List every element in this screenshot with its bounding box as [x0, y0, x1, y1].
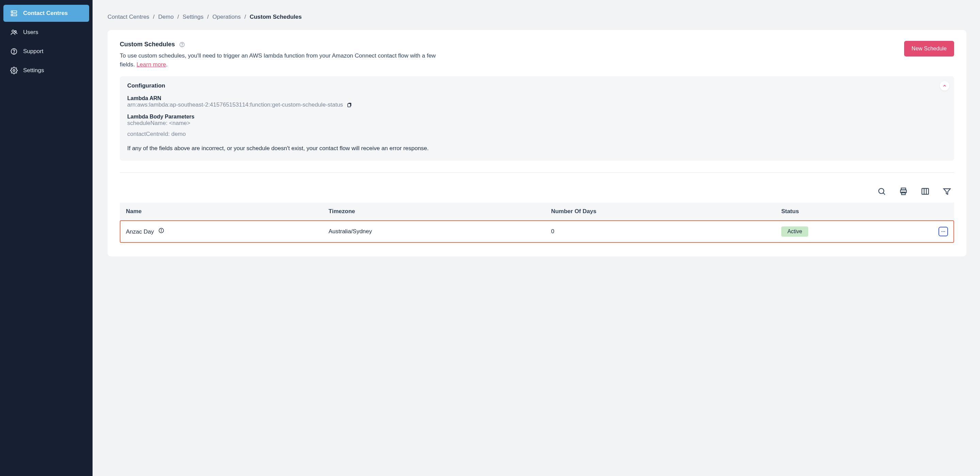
- schedules-table: Name Timezone Number Of Days Status Anza…: [120, 203, 954, 243]
- svg-rect-12: [348, 104, 350, 107]
- svg-point-25: [942, 231, 942, 232]
- learn-more-link[interactable]: Learn more: [137, 61, 166, 68]
- breadcrumb-separator: /: [177, 14, 179, 20]
- breadcrumb-segment[interactable]: Demo: [158, 14, 173, 20]
- svg-point-27: [944, 231, 945, 232]
- svg-point-26: [943, 231, 943, 232]
- breadcrumb-separator: /: [153, 14, 155, 20]
- svg-point-4: [12, 30, 14, 32]
- lambda-params-label: Lambda Body Parameters: [127, 114, 947, 120]
- row-actions-button[interactable]: [939, 227, 948, 236]
- sidebar: Contact Centres Users Support Settings: [0, 0, 92, 476]
- cell-name: Anzac Day: [120, 220, 322, 243]
- server-icon: [10, 10, 18, 17]
- svg-point-10: [182, 46, 182, 46]
- column-header-timezone[interactable]: Timezone: [322, 203, 545, 220]
- breadcrumb-separator: /: [207, 14, 209, 20]
- print-button[interactable]: [898, 186, 908, 196]
- schedule-name: Anzac Day: [126, 228, 154, 235]
- filter-button[interactable]: [942, 186, 952, 196]
- lambda-param-2: contactCentreId: demo: [127, 131, 947, 137]
- users-icon: [10, 29, 18, 36]
- copy-icon[interactable]: [347, 102, 353, 108]
- sidebar-item-users[interactable]: Users: [3, 24, 89, 41]
- lambda-param-1: scheduleName: <name>: [127, 120, 947, 127]
- section-divider: [120, 172, 954, 173]
- columns-icon: [921, 187, 930, 196]
- more-horizontal-icon: [940, 229, 946, 234]
- lambda-arn-field: Lambda ARN arn:aws:lambda:ap-southeast-2…: [127, 95, 947, 108]
- chevron-up-icon: [942, 83, 947, 88]
- column-header-name[interactable]: Name: [120, 203, 322, 220]
- main-content: Contact Centres / Demo / Settings / Oper…: [92, 0, 980, 476]
- breadcrumb-segment[interactable]: Settings: [183, 14, 204, 20]
- help-circle-icon: [10, 48, 18, 55]
- print-icon: [899, 187, 908, 196]
- svg-line-14: [883, 193, 885, 195]
- gear-icon: [10, 67, 18, 74]
- lambda-arn-value: arn:aws:lambda:ap-southeast-2:4157651531…: [127, 101, 343, 108]
- column-header-days[interactable]: Number Of Days: [545, 203, 775, 220]
- svg-rect-18: [922, 188, 929, 194]
- breadcrumb-segment[interactable]: Operations: [212, 14, 240, 20]
- sidebar-item-label: Settings: [23, 67, 44, 74]
- configuration-note: If any of the fields above are incorrect…: [127, 145, 947, 152]
- lambda-arn-value-row: arn:aws:lambda:ap-southeast-2:4157651531…: [127, 101, 947, 108]
- columns-button[interactable]: [920, 186, 930, 196]
- content-card: Custom Schedules To use custom schedules…: [108, 30, 966, 256]
- table-toolbar: [120, 186, 954, 203]
- lambda-params-field: Lambda Body Parameters scheduleName: <na…: [127, 114, 947, 137]
- column-header-status[interactable]: Status: [775, 203, 932, 220]
- table-header-row: Name Timezone Number Of Days Status: [120, 203, 954, 220]
- cell-timezone: Australia/Sydney: [322, 220, 545, 243]
- help-tooltip-icon[interactable]: [179, 42, 185, 48]
- svg-point-5: [14, 30, 16, 32]
- breadcrumb-separator: /: [244, 14, 246, 20]
- svg-point-24: [161, 230, 161, 230]
- lambda-arn-label: Lambda ARN: [127, 95, 947, 101]
- section-title-text: Custom Schedules: [120, 41, 175, 48]
- sidebar-item-contact-centres[interactable]: Contact Centres: [3, 5, 89, 22]
- cell-days: 0: [545, 220, 775, 243]
- info-icon[interactable]: [158, 227, 164, 233]
- section-title-row: Custom Schedules: [120, 41, 185, 48]
- breadcrumb: Contact Centres / Demo / Settings / Oper…: [108, 14, 966, 21]
- section-description-suffix: .: [166, 61, 168, 68]
- configuration-title: Configuration: [127, 82, 947, 89]
- sidebar-item-settings[interactable]: Settings: [3, 62, 89, 79]
- section-header: Custom Schedules To use custom schedules…: [120, 41, 954, 69]
- search-button[interactable]: [877, 186, 887, 196]
- collapse-panel-button[interactable]: [940, 81, 950, 91]
- cell-status: Active: [775, 220, 932, 243]
- sidebar-item-label: Support: [23, 48, 43, 55]
- svg-point-8: [13, 69, 15, 72]
- svg-point-2: [12, 11, 13, 12]
- status-badge: Active: [781, 227, 808, 236]
- sidebar-item-label: Contact Centres: [23, 10, 68, 17]
- filter-icon: [943, 187, 951, 196]
- breadcrumb-segment[interactable]: Contact Centres: [108, 14, 150, 20]
- sidebar-item-support[interactable]: Support: [3, 43, 89, 60]
- configuration-panel: Configuration Lambda ARN arn:aws:lambda:…: [120, 76, 954, 161]
- sidebar-item-label: Users: [23, 29, 38, 36]
- breadcrumb-current: Custom Schedules: [250, 14, 302, 20]
- svg-point-3: [12, 14, 13, 15]
- cell-actions: [932, 220, 954, 243]
- table-row[interactable]: Anzac Day Australia/Sydney 0 Active: [120, 220, 954, 243]
- new-schedule-button[interactable]: New Schedule: [904, 41, 954, 56]
- svg-point-13: [878, 188, 884, 193]
- section-description: To use custom schedules, you'll need to …: [120, 51, 447, 69]
- search-icon: [877, 187, 886, 196]
- svg-marker-21: [943, 188, 950, 194]
